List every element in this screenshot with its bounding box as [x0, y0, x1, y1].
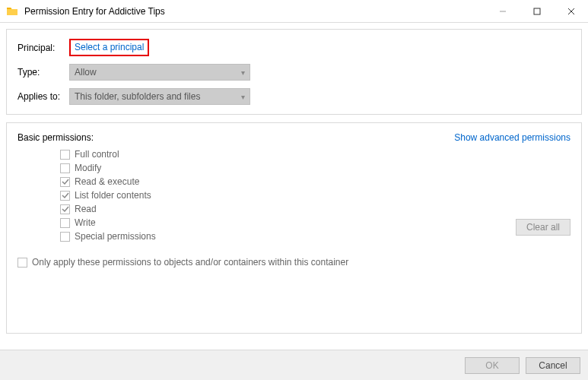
select-principal-link[interactable]: Select a principal	[75, 42, 144, 52]
permission-label: Full control	[75, 149, 119, 160]
ok-label: OK	[485, 360, 498, 371]
permission-item: Write	[60, 216, 571, 230]
principal-panel: Principal: Select a principal Type: Allo…	[6, 29, 582, 115]
applies-to-select[interactable]: This folder, subfolders and files ▾	[69, 88, 250, 105]
permission-label: Read	[75, 204, 97, 214]
permission-item: Modify	[60, 161, 571, 175]
type-label: Type:	[17, 67, 69, 78]
only-apply-checkbox[interactable]	[17, 258, 27, 268]
applies-to-label: Applies to:	[17, 91, 69, 102]
permission-item: Special permissions	[60, 230, 571, 243]
basic-permissions-label: Basic permissions:	[17, 132, 94, 143]
permission-checkbox[interactable]	[60, 150, 70, 160]
dialog-footer: OK Cancel	[0, 350, 588, 380]
type-select[interactable]: Allow ▾	[69, 64, 250, 81]
permissions-list: Full controlModifyRead & executeList fol…	[60, 147, 571, 243]
applies-to-value: This folder, subfolders and files	[75, 91, 200, 102]
permission-checkbox[interactable]	[60, 204, 70, 214]
permission-label: Write	[75, 217, 96, 228]
svg-rect-1	[534, 8, 540, 14]
show-advanced-link[interactable]: Show advanced permissions	[454, 132, 571, 143]
permission-item: Full control	[60, 147, 571, 161]
titlebar: Permission Entry for Addictive Tips	[0, 0, 588, 23]
permission-label: Read & execute	[75, 176, 139, 187]
clear-all-button[interactable]: Clear all	[516, 219, 571, 236]
type-value: Allow	[75, 67, 97, 78]
window-controls	[485, 0, 588, 22]
permission-label: List folder contents	[75, 190, 151, 201]
permission-item: List folder contents	[60, 188, 571, 202]
content: Principal: Select a principal Type: Allo…	[0, 23, 588, 340]
permissions-panel: Basic permissions: Show advanced permiss…	[6, 122, 582, 334]
permission-checkbox[interactable]	[60, 191, 70, 201]
permission-checkbox[interactable]	[60, 218, 70, 228]
permission-label: Special permissions	[75, 231, 156, 242]
permission-checkbox[interactable]	[60, 177, 70, 187]
permission-item: Read	[60, 202, 571, 216]
only-apply-row: Only apply these permissions to objects …	[17, 257, 571, 268]
permission-label: Modify	[75, 163, 101, 173]
ok-button[interactable]: OK	[465, 357, 520, 374]
maximize-button[interactable]	[520, 0, 554, 22]
close-button[interactable]	[554, 0, 588, 22]
cancel-button[interactable]: Cancel	[526, 357, 580, 374]
clear-all-label: Clear all	[526, 222, 560, 233]
permission-checkbox[interactable]	[60, 232, 70, 242]
cancel-label: Cancel	[539, 360, 567, 371]
only-apply-label: Only apply these permissions to objects …	[32, 257, 348, 268]
permission-checkbox[interactable]	[60, 163, 70, 173]
chevron-down-icon: ▾	[241, 93, 245, 101]
permission-item: Read & execute	[60, 175, 571, 188]
window-title: Permission Entry for Addictive Tips	[24, 6, 485, 17]
minimize-button[interactable]	[485, 0, 520, 22]
principal-label: Principal:	[17, 43, 69, 53]
select-principal-highlight: Select a principal	[69, 39, 149, 56]
folder-icon	[6, 5, 18, 17]
chevron-down-icon: ▾	[241, 68, 245, 77]
